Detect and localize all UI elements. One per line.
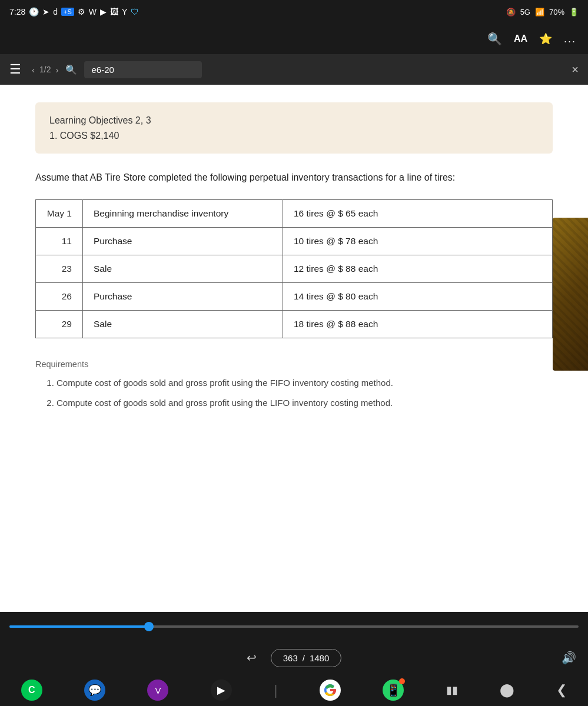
side-image	[553, 218, 588, 371]
table-date: May 1	[36, 199, 83, 227]
status-photo-icon: 🖼	[110, 7, 118, 16]
status-settings-icon: ⚙	[78, 7, 85, 16]
font-size-icon[interactable]: AA	[514, 34, 527, 44]
requirement-item-2: Compute cost of goods sold and gross pro…	[57, 395, 553, 411]
table-date: 26	[36, 282, 83, 310]
table-description: Sale	[83, 310, 283, 338]
table-description: Beginning merchandise inventory	[83, 199, 283, 227]
requirements-list: Compute cost of goods sold and gross pro…	[57, 375, 553, 411]
sound-icon[interactable]: 🔊	[562, 651, 576, 665]
status-bar: 7:28 🕐 ➤ d +S ⚙ W ▶ 🖼 Y 🛡 🔕 5G 📶 70% 🔋	[0, 0, 588, 24]
table-row: 26 Purchase 14 tires @ $ 80 each	[36, 282, 553, 310]
more-options-icon[interactable]: ...	[564, 33, 576, 45]
inventory-table: May 1 Beginning merchandise inventory 16…	[35, 199, 553, 338]
table-row: May 1 Beginning merchandise inventory 16…	[36, 199, 553, 227]
requirement-item-1: Compute cost of goods sold and gross pro…	[57, 375, 553, 391]
next-page-btn[interactable]: ›	[55, 65, 58, 75]
app-viber[interactable]: V	[147, 680, 168, 701]
signal-strength: 5G	[520, 8, 530, 16]
page-indicator: 1/2	[39, 65, 51, 74]
page-number-pill: 363 / 1480	[271, 649, 342, 667]
table-quantity: 12 tires @ $ 88 each	[283, 255, 553, 282]
status-tiktok: d	[53, 7, 58, 16]
android-nav-bar: C 💬 V ▶ | 📱 ▮▮ ⬤ ❮	[0, 674, 588, 706]
nav-bar: 🔍 AA ⭐ ...	[0, 24, 588, 54]
table-date: 23	[36, 255, 83, 282]
table-row: 23 Sale 12 tires @ $ 88 each	[36, 255, 553, 282]
progress-fill	[9, 625, 149, 628]
hint-line2: 1. COGS $2,140	[49, 128, 539, 144]
bookmark-star-icon[interactable]: ⭐	[539, 32, 552, 45]
table-description: Purchase	[83, 227, 283, 255]
status-right: 🔕 5G 📶 70% 🔋	[506, 8, 579, 16]
close-search-btn[interactable]: ×	[572, 63, 579, 76]
search-icon[interactable]: 🔍	[487, 32, 502, 46]
battery-level: 70%	[549, 8, 564, 16]
table-description: Purchase	[83, 282, 283, 310]
app-whatsapp[interactable]: 📱	[383, 680, 404, 701]
status-time: 7:28	[9, 7, 25, 16]
page-total: 1480	[310, 653, 329, 663]
hint-line1: Learning Objectives 2, 3	[49, 113, 539, 128]
search-input[interactable]	[84, 61, 202, 78]
battery-icon: 🔋	[569, 8, 579, 16]
page-nav[interactable]: ‹ 1/2 ›	[32, 65, 58, 75]
home-icon[interactable]: ⬤	[500, 682, 514, 698]
mute-icon: 🔕	[506, 8, 516, 16]
problem-text: Assume that AB Tire Store completed the …	[35, 170, 553, 185]
divider-line: |	[274, 682, 277, 698]
progress-section	[0, 612, 588, 641]
requirements-section: Requirements Compute cost of goods sold …	[35, 357, 553, 411]
status-y-icon: Y	[122, 7, 127, 16]
page-separator: /	[303, 653, 305, 663]
app-chat[interactable]: 💬	[84, 680, 105, 701]
back-icon[interactable]: ❮	[556, 682, 567, 698]
table-quantity: 18 tires @ $ 88 each	[283, 310, 553, 338]
wifi-icon: 📶	[535, 8, 544, 16]
status-w-icon: W	[89, 7, 97, 16]
hint-box: Learning Objectives 2, 3 1. COGS $2,140	[35, 102, 553, 154]
app-google[interactable]	[320, 680, 341, 701]
status-plus-icon: +S	[61, 8, 74, 16]
status-video-icon: ▶	[100, 7, 107, 16]
status-clock-icon: 🕐	[29, 7, 39, 16]
app-phone[interactable]: C	[21, 680, 42, 701]
table-date: 11	[36, 227, 83, 255]
status-shield-icon: 🛡	[131, 7, 139, 16]
progress-dot	[144, 622, 154, 631]
requirements-title: Requirements	[35, 357, 553, 372]
status-arrow-icon: ➤	[42, 7, 49, 16]
status-left: 7:28 🕐 ➤ d +S ⚙ W ▶ 🖼 Y 🛡	[9, 7, 139, 16]
page-num-bar: ↩ 363 / 1480 🔊	[0, 641, 588, 674]
table-quantity: 10 tires @ $ 78 each	[283, 227, 553, 255]
table-row: 11 Purchase 10 tires @ $ 78 each	[36, 227, 553, 255]
recent-apps-icon[interactable]: ▮▮	[446, 684, 458, 697]
table-quantity: 14 tires @ $ 80 each	[283, 282, 553, 310]
page-current: 363	[283, 653, 298, 663]
undo-icon[interactable]: ↩	[247, 651, 257, 665]
nav-icons: 🔍 AA ⭐ ...	[487, 32, 576, 46]
table-quantity: 16 tires @ $ 65 each	[283, 199, 553, 227]
app-play[interactable]: ▶	[211, 680, 232, 701]
table-row: 29 Sale 18 tires @ $ 88 each	[36, 310, 553, 338]
search-bar-icon[interactable]: 🔍	[65, 64, 77, 75]
table-description: Sale	[83, 255, 283, 282]
main-content: Learning Objectives 2, 3 1. COGS $2,140 …	[0, 85, 588, 435]
hamburger-icon[interactable]: ☰	[9, 62, 21, 77]
search-bar: ☰ ‹ 1/2 › 🔍 ×	[0, 54, 588, 85]
prev-page-btn[interactable]: ‹	[32, 65, 35, 75]
progress-track[interactable]	[9, 625, 579, 628]
table-date: 29	[36, 310, 83, 338]
